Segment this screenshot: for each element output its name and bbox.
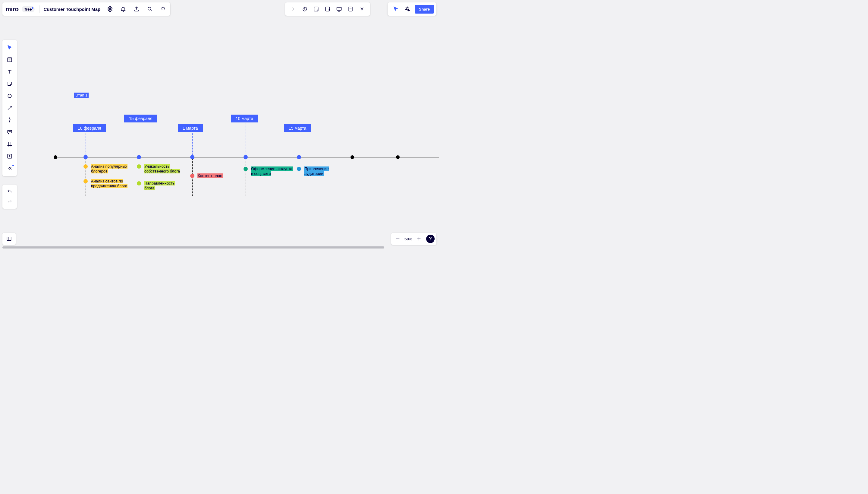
date-flag[interactable]: 10 февраля xyxy=(73,124,106,132)
date-flag[interactable]: 15 марта xyxy=(284,124,311,132)
connector-down xyxy=(245,159,246,196)
timeline-node[interactable] xyxy=(137,155,141,159)
axis-start-dot[interactable] xyxy=(54,155,57,159)
connector-up xyxy=(299,133,299,155)
timeline-item[interactable]: Контент-план xyxy=(190,173,229,178)
timeline-node[interactable] xyxy=(243,155,248,159)
canvas[interactable]: Этап 1 10 февраляАнализ популярных блоге… xyxy=(0,0,439,250)
item-bullet xyxy=(137,181,141,186)
item-label: Анализ сайтов по продвижению блога xyxy=(91,179,130,189)
timeline-node[interactable] xyxy=(297,155,301,159)
stage-label[interactable]: Этап 1 xyxy=(74,93,88,98)
item-label: Анализ популярных блогеров xyxy=(91,164,130,174)
item-label: Оформление аккаунта в соц. сети xyxy=(251,167,293,176)
timeline-item[interactable]: Уникальность собственного блога xyxy=(137,164,184,174)
item-label: Уникальность собственного блога xyxy=(144,164,183,174)
date-flag[interactable]: 10 марта xyxy=(231,115,258,122)
connector-up xyxy=(85,133,86,155)
item-bullet xyxy=(83,164,88,169)
timeline-item[interactable]: Оформление аккаунта в соц. сети xyxy=(243,167,294,176)
axis-future-dot[interactable] xyxy=(396,155,400,159)
connector-up xyxy=(245,123,246,155)
item-bullet xyxy=(137,164,141,169)
connector-up xyxy=(192,133,193,155)
connector-down xyxy=(299,159,299,196)
date-flag[interactable]: 1 марта xyxy=(178,124,203,132)
item-label: Привлечение аудитории xyxy=(304,167,334,176)
timeline-item[interactable]: Анализ популярных блогеров xyxy=(83,164,131,174)
timeline-item[interactable]: Привлечение аудитории xyxy=(297,167,335,176)
item-bullet xyxy=(190,174,194,178)
item-bullet xyxy=(243,167,248,171)
timeline-item[interactable]: Направленность блога xyxy=(137,181,184,191)
connector-up xyxy=(139,123,139,155)
timeline-item[interactable]: Анализ сайтов по продвижению блога xyxy=(83,179,131,189)
item-bullet xyxy=(83,179,88,183)
item-label: Направленность блога xyxy=(144,181,183,191)
timeline-node[interactable] xyxy=(190,155,194,159)
axis-future-dot[interactable] xyxy=(351,155,354,159)
timeline-node[interactable] xyxy=(83,155,88,159)
item-label: Контент-план xyxy=(197,173,223,178)
item-bullet xyxy=(297,167,301,171)
date-flag[interactable]: 15 февраля xyxy=(124,115,157,122)
